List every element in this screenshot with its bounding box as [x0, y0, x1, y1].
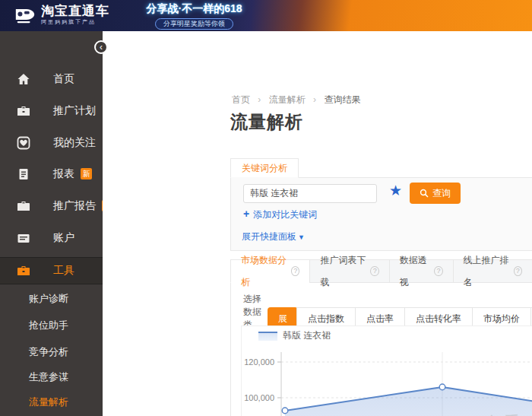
tab-market-data-analysis[interactable]: 市场数据分析? — [230, 259, 310, 283]
sidebar-item-label: 报表新 — [53, 167, 92, 181]
sidebar-item-campaigns[interactable]: 推广计划 — [0, 98, 103, 124]
tab-online-promo-ranking[interactable]: 线上推广排名? — [453, 259, 532, 283]
trend-chart[interactable]: 120,000100,00080,000 — [232, 341, 532, 416]
section-tabs: 市场数据分析? 推广词表下载? 数据透视? 线上推广排名? — [230, 259, 532, 283]
sidebar-subitem-competition-analysis[interactable]: 竞争分析 — [0, 344, 103, 360]
breadcrumb-separator: › — [313, 94, 316, 105]
app-window: 淘宝直通车 阿里妈妈旗下产品 分享战·不一样的618 分享明星奖励等你领 首页 … — [0, 0, 532, 416]
query-button[interactable]: 查询 — [410, 183, 461, 204]
search-icon — [420, 189, 429, 198]
page-title: 流量解析 — [230, 110, 303, 134]
bag-icon — [17, 199, 30, 213]
sidebar-item-label: 首页 — [53, 72, 74, 86]
market-data-panel: 选择数据类型： 展现指数 点击指数 点击率 点击转化率 市场均价 竞争度 韩版 … — [230, 282, 532, 416]
tab-data-perspective[interactable]: 数据透视? — [389, 259, 454, 283]
chevron-left-icon: ‹ — [100, 42, 103, 52]
sidebar: 首页 推广计划 我的关注 报表新 推广报告新 账户 工具 账户诊断 抢位助手 竞… — [0, 31, 103, 416]
breadcrumb-home[interactable]: 首页 — [232, 94, 250, 105]
card-icon — [17, 231, 30, 245]
sidebar-subitem-business-advisor[interactable]: 生意参谋 — [0, 369, 103, 386]
sidebar-subitem-rank-assistant[interactable]: 抢位助手 — [0, 317, 103, 334]
help-icon[interactable]: ? — [370, 266, 378, 276]
sidebar-subitem-traffic-analysis[interactable]: 流量解析 — [0, 394, 103, 411]
sidebar-item-label: 推广计划 — [53, 104, 96, 118]
breadcrumb-query-result: 查询结果 — [324, 94, 360, 105]
add-compare-keyword-link[interactable]: +添加对比关键词 — [243, 208, 317, 221]
query-button-label: 查询 — [432, 187, 451, 200]
toolbox-icon — [17, 264, 30, 278]
sidebar-item-tools[interactable]: 工具 — [0, 257, 103, 284]
svg-text:100,000: 100,000 — [244, 393, 274, 402]
sidebar-item-reports[interactable]: 报表新 — [0, 161, 103, 187]
tab-promo-wordlist-download[interactable]: 推广词表下载? — [309, 259, 389, 283]
sidebar-item-account[interactable]: 账户 — [0, 225, 103, 251]
promo-subtitle: 分享明星奖励等你领 — [155, 18, 233, 30]
caret-down-icon: ▼ — [298, 233, 305, 241]
sidebar-item-promo-report[interactable]: 推广报告新 — [0, 193, 103, 219]
logo-title: 淘宝直通车 — [41, 4, 109, 18]
heart-icon — [17, 136, 30, 150]
top-banner: 淘宝直通车 阿里妈妈旗下产品 分享战·不一样的618 分享明星奖励等你领 — [0, 0, 532, 31]
home-icon — [17, 72, 30, 86]
logo-subtitle: 阿里妈妈旗下产品 — [41, 18, 109, 25]
breadcrumb-traffic-analysis[interactable]: 流量解析 — [269, 94, 306, 105]
keyword-panel: ★ 查询 +添加对比关键词 展开快捷面板▼ — [230, 177, 532, 251]
report-icon — [17, 167, 30, 181]
app-logo[interactable]: 淘宝直通车 阿里妈妈旗下产品 — [14, 4, 109, 25]
sidebar-item-label: 工具 — [53, 264, 74, 278]
legend-swatch-icon — [258, 332, 277, 341]
train-icon — [14, 5, 36, 24]
breadcrumb: 首页 › 流量解析 › 查询结果 — [232, 94, 360, 106]
star-icon[interactable]: ★ — [389, 182, 402, 199]
help-icon[interactable]: ? — [514, 266, 522, 276]
watermark: 知乎 @晨一电商圈 — [488, 411, 532, 416]
promo-title: 分享战·不一样的618 — [128, 2, 261, 15]
help-icon[interactable]: ? — [434, 266, 442, 276]
main-content: 首页 › 流量解析 › 查询结果 流量解析 关键词分析 ★ 查询 +添加对比关键… — [103, 31, 532, 416]
sidebar-item-label: 我的关注 — [53, 136, 96, 150]
sidebar-item-home[interactable]: 首页 — [0, 66, 103, 92]
plus-icon: + — [243, 208, 249, 220]
breadcrumb-separator: › — [258, 94, 261, 105]
new-badge: 新 — [81, 168, 92, 179]
tab-keyword-analysis[interactable]: 关键词分析 — [230, 158, 299, 178]
sidebar-item-favorites[interactable]: 我的关注 — [0, 130, 103, 156]
briefcase-icon — [17, 104, 30, 118]
expand-quick-panel-link[interactable]: 展开快捷面板▼ — [242, 230, 305, 243]
trend-chart-container: 韩版 连衣裙 120,000100,00080,000 知乎 @晨一电商圈 — [241, 325, 532, 416]
sidebar-collapse-button[interactable]: ‹ — [94, 40, 108, 54]
svg-text:120,000: 120,000 — [244, 357, 274, 367]
keyword-input[interactable] — [243, 184, 377, 203]
help-icon[interactable]: ? — [291, 266, 299, 276]
promo-618-banner[interactable]: 分享战·不一样的618 分享明星奖励等你领 — [128, 2, 261, 30]
sidebar-subitem-account-diagnosis[interactable]: 账户诊断 — [0, 291, 103, 307]
sidebar-item-label: 账户 — [53, 231, 74, 245]
